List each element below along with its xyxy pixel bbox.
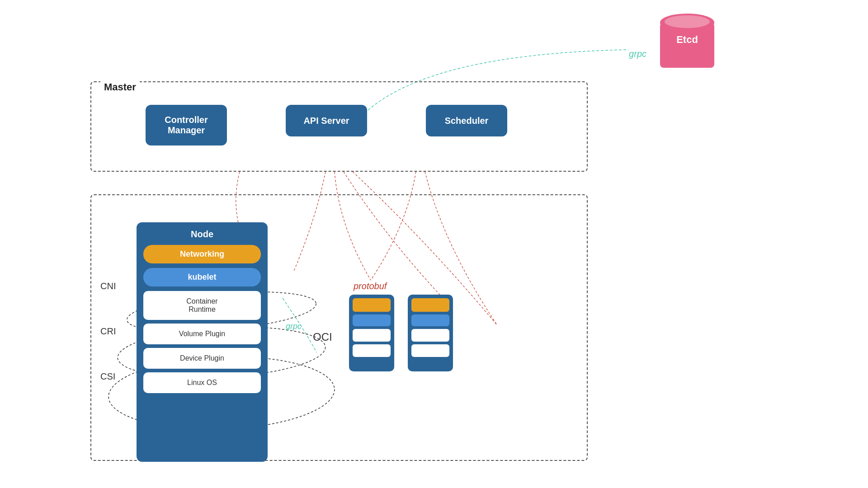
etcd-top [660,14,714,32]
master-box: Master ControllerManager API Server Sche… [90,81,588,172]
pod-2-bar-2 [411,314,449,326]
api-server-label: API Server [303,116,349,126]
scheduler-label: Scheduler [445,116,489,126]
grpc-node-label: grpc [286,322,302,331]
linux-os-box: Linux OS [143,372,261,393]
scheduler-box: Scheduler [426,105,507,136]
pod-2-bar-1 [411,298,449,312]
oci-label: OCI [313,331,332,343]
kubelet-box: kubelet [143,268,261,286]
device-plugin-box: Device Plugin [143,348,261,369]
container-runtime-label: ContainerRuntime [186,297,217,313]
node-box: CNI CRI CSI OCI grpc protobuf Node Netwo… [90,194,588,461]
etcd-highlight [665,15,710,28]
pod-1-bar-1 [353,298,391,312]
networking-box: Networking [143,245,261,263]
cni-label: CNI [100,281,116,291]
grpc-etcd-label: grpc [629,49,646,59]
pod-2-bar-3 [411,329,449,342]
master-label: Master [100,81,140,93]
pod-2 [408,295,453,371]
api-server-box: API Server [286,105,367,136]
pod-2-bar-4 [411,344,449,357]
pod-1-bar-2 [353,314,391,326]
controller-manager-label: ControllerManager [165,115,208,136]
node-title: Node [143,229,261,239]
etcd-label: Etcd [660,34,714,46]
pod-1-bar-3 [353,329,391,342]
cri-label: CRI [100,326,116,337]
node-inner-container: Node Networking kubelet ContainerRuntime… [137,222,268,462]
controller-manager-box: ControllerManager [146,105,227,145]
container-runtime-box: ContainerRuntime [143,291,261,320]
etcd-component: Etcd [660,14,714,72]
diagram-container: Etcd grpc Master ControllerManager API S… [0,0,868,488]
pod-1-bar-4 [353,344,391,357]
csi-label: CSI [100,371,115,382]
pod-1 [349,295,394,371]
protobuf-label: protobuf [354,281,387,291]
volume-plugin-box: Volume Plugin [143,324,261,344]
